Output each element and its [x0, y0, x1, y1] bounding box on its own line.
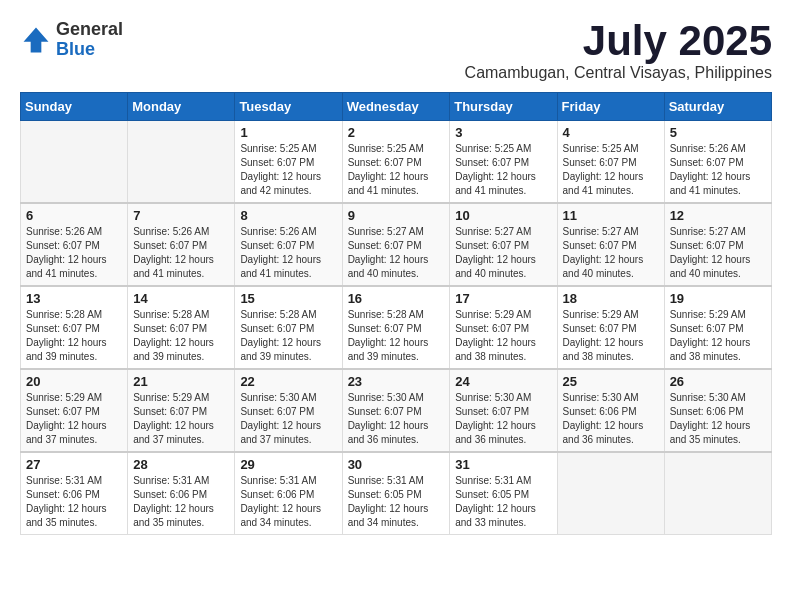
day-number: 5 — [670, 125, 766, 140]
weekday-header-friday: Friday — [557, 93, 664, 121]
calendar-cell: 31Sunrise: 5:31 AMSunset: 6:05 PMDayligh… — [450, 452, 557, 535]
weekday-header-saturday: Saturday — [664, 93, 771, 121]
day-number: 20 — [26, 374, 122, 389]
day-number: 1 — [240, 125, 336, 140]
cell-content: Sunrise: 5:27 AMSunset: 6:07 PMDaylight:… — [563, 225, 659, 281]
cell-content: Sunrise: 5:30 AMSunset: 6:07 PMDaylight:… — [455, 391, 551, 447]
calendar-cell: 15Sunrise: 5:28 AMSunset: 6:07 PMDayligh… — [235, 286, 342, 369]
weekday-header-thursday: Thursday — [450, 93, 557, 121]
calendar-cell: 18Sunrise: 5:29 AMSunset: 6:07 PMDayligh… — [557, 286, 664, 369]
calendar-header-row: SundayMondayTuesdayWednesdayThursdayFrid… — [21, 93, 772, 121]
calendar-cell: 27Sunrise: 5:31 AMSunset: 6:06 PMDayligh… — [21, 452, 128, 535]
day-number: 4 — [563, 125, 659, 140]
day-number: 2 — [348, 125, 445, 140]
calendar-cell: 12Sunrise: 5:27 AMSunset: 6:07 PMDayligh… — [664, 203, 771, 286]
calendar-cell: 4Sunrise: 5:25 AMSunset: 6:07 PMDaylight… — [557, 121, 664, 204]
day-number: 24 — [455, 374, 551, 389]
day-number: 30 — [348, 457, 445, 472]
calendar-cell: 29Sunrise: 5:31 AMSunset: 6:06 PMDayligh… — [235, 452, 342, 535]
calendar-week-row: 20Sunrise: 5:29 AMSunset: 6:07 PMDayligh… — [21, 369, 772, 452]
month-title: July 2025 — [465, 20, 772, 62]
day-number: 25 — [563, 374, 659, 389]
logo: General Blue — [20, 20, 123, 60]
logo-text: General Blue — [56, 20, 123, 60]
day-number: 7 — [133, 208, 229, 223]
cell-content: Sunrise: 5:27 AMSunset: 6:07 PMDaylight:… — [348, 225, 445, 281]
calendar-week-row: 1Sunrise: 5:25 AMSunset: 6:07 PMDaylight… — [21, 121, 772, 204]
day-number: 23 — [348, 374, 445, 389]
cell-content: Sunrise: 5:25 AMSunset: 6:07 PMDaylight:… — [348, 142, 445, 198]
day-number: 31 — [455, 457, 551, 472]
calendar-cell: 8Sunrise: 5:26 AMSunset: 6:07 PMDaylight… — [235, 203, 342, 286]
calendar-cell: 20Sunrise: 5:29 AMSunset: 6:07 PMDayligh… — [21, 369, 128, 452]
logo-blue: Blue — [56, 40, 123, 60]
cell-content: Sunrise: 5:31 AMSunset: 6:06 PMDaylight:… — [26, 474, 122, 530]
cell-content: Sunrise: 5:30 AMSunset: 6:07 PMDaylight:… — [240, 391, 336, 447]
calendar-cell: 17Sunrise: 5:29 AMSunset: 6:07 PMDayligh… — [450, 286, 557, 369]
cell-content: Sunrise: 5:27 AMSunset: 6:07 PMDaylight:… — [455, 225, 551, 281]
calendar-cell — [557, 452, 664, 535]
title-block: July 2025 Camambugan, Central Visayas, P… — [465, 20, 772, 82]
location-title: Camambugan, Central Visayas, Philippines — [465, 64, 772, 82]
cell-content: Sunrise: 5:30 AMSunset: 6:06 PMDaylight:… — [670, 391, 766, 447]
calendar-cell: 2Sunrise: 5:25 AMSunset: 6:07 PMDaylight… — [342, 121, 450, 204]
svg-marker-0 — [24, 27, 49, 52]
day-number: 18 — [563, 291, 659, 306]
cell-content: Sunrise: 5:30 AMSunset: 6:07 PMDaylight:… — [348, 391, 445, 447]
cell-content: Sunrise: 5:29 AMSunset: 6:07 PMDaylight:… — [455, 308, 551, 364]
calendar-cell: 11Sunrise: 5:27 AMSunset: 6:07 PMDayligh… — [557, 203, 664, 286]
cell-content: Sunrise: 5:26 AMSunset: 6:07 PMDaylight:… — [240, 225, 336, 281]
calendar-cell: 7Sunrise: 5:26 AMSunset: 6:07 PMDaylight… — [128, 203, 235, 286]
weekday-header-tuesday: Tuesday — [235, 93, 342, 121]
calendar-week-row: 27Sunrise: 5:31 AMSunset: 6:06 PMDayligh… — [21, 452, 772, 535]
day-number: 22 — [240, 374, 336, 389]
calendar-cell: 3Sunrise: 5:25 AMSunset: 6:07 PMDaylight… — [450, 121, 557, 204]
calendar-cell: 25Sunrise: 5:30 AMSunset: 6:06 PMDayligh… — [557, 369, 664, 452]
cell-content: Sunrise: 5:26 AMSunset: 6:07 PMDaylight:… — [133, 225, 229, 281]
day-number: 15 — [240, 291, 336, 306]
cell-content: Sunrise: 5:25 AMSunset: 6:07 PMDaylight:… — [455, 142, 551, 198]
day-number: 17 — [455, 291, 551, 306]
weekday-header-monday: Monday — [128, 93, 235, 121]
calendar-cell: 23Sunrise: 5:30 AMSunset: 6:07 PMDayligh… — [342, 369, 450, 452]
calendar-table: SundayMondayTuesdayWednesdayThursdayFrid… — [20, 92, 772, 535]
day-number: 28 — [133, 457, 229, 472]
calendar-cell: 10Sunrise: 5:27 AMSunset: 6:07 PMDayligh… — [450, 203, 557, 286]
cell-content: Sunrise: 5:31 AMSunset: 6:06 PMDaylight:… — [133, 474, 229, 530]
day-number: 11 — [563, 208, 659, 223]
day-number: 21 — [133, 374, 229, 389]
calendar-cell: 13Sunrise: 5:28 AMSunset: 6:07 PMDayligh… — [21, 286, 128, 369]
cell-content: Sunrise: 5:31 AMSunset: 6:05 PMDaylight:… — [348, 474, 445, 530]
calendar-cell — [664, 452, 771, 535]
day-number: 29 — [240, 457, 336, 472]
calendar-cell: 19Sunrise: 5:29 AMSunset: 6:07 PMDayligh… — [664, 286, 771, 369]
calendar-cell: 6Sunrise: 5:26 AMSunset: 6:07 PMDaylight… — [21, 203, 128, 286]
cell-content: Sunrise: 5:29 AMSunset: 6:07 PMDaylight:… — [133, 391, 229, 447]
calendar-cell: 5Sunrise: 5:26 AMSunset: 6:07 PMDaylight… — [664, 121, 771, 204]
day-number: 26 — [670, 374, 766, 389]
cell-content: Sunrise: 5:31 AMSunset: 6:05 PMDaylight:… — [455, 474, 551, 530]
weekday-header-sunday: Sunday — [21, 93, 128, 121]
cell-content: Sunrise: 5:25 AMSunset: 6:07 PMDaylight:… — [563, 142, 659, 198]
day-number: 3 — [455, 125, 551, 140]
calendar-cell: 1Sunrise: 5:25 AMSunset: 6:07 PMDaylight… — [235, 121, 342, 204]
cell-content: Sunrise: 5:30 AMSunset: 6:06 PMDaylight:… — [563, 391, 659, 447]
day-number: 12 — [670, 208, 766, 223]
logo-general: General — [56, 20, 123, 40]
cell-content: Sunrise: 5:25 AMSunset: 6:07 PMDaylight:… — [240, 142, 336, 198]
page-header: General Blue July 2025 Camambugan, Centr… — [20, 20, 772, 82]
calendar-week-row: 6Sunrise: 5:26 AMSunset: 6:07 PMDaylight… — [21, 203, 772, 286]
day-number: 13 — [26, 291, 122, 306]
calendar-cell — [128, 121, 235, 204]
cell-content: Sunrise: 5:28 AMSunset: 6:07 PMDaylight:… — [240, 308, 336, 364]
calendar-cell: 30Sunrise: 5:31 AMSunset: 6:05 PMDayligh… — [342, 452, 450, 535]
calendar-cell: 28Sunrise: 5:31 AMSunset: 6:06 PMDayligh… — [128, 452, 235, 535]
calendar-cell: 22Sunrise: 5:30 AMSunset: 6:07 PMDayligh… — [235, 369, 342, 452]
day-number: 14 — [133, 291, 229, 306]
calendar-cell: 21Sunrise: 5:29 AMSunset: 6:07 PMDayligh… — [128, 369, 235, 452]
calendar-cell — [21, 121, 128, 204]
calendar-cell: 9Sunrise: 5:27 AMSunset: 6:07 PMDaylight… — [342, 203, 450, 286]
weekday-header-wednesday: Wednesday — [342, 93, 450, 121]
cell-content: Sunrise: 5:29 AMSunset: 6:07 PMDaylight:… — [26, 391, 122, 447]
cell-content: Sunrise: 5:31 AMSunset: 6:06 PMDaylight:… — [240, 474, 336, 530]
